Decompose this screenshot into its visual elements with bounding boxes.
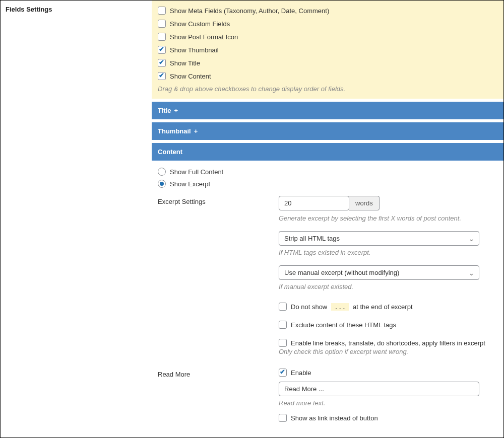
exclude-tags-checkbox[interactable] [279, 321, 287, 329]
show-title-checkbox[interactable] [158, 59, 166, 67]
readmore-as-link-label: Show as link instead of button [291, 414, 378, 422]
readmore-enable-checkbox[interactable] [279, 369, 287, 377]
excerpt-length-input[interactable] [279, 196, 349, 210]
show-content-checkbox[interactable] [158, 72, 166, 80]
readmore-text-hint: Read more text. [279, 399, 497, 407]
excerpt-unit: words [349, 196, 380, 210]
manual-hint: If manual excerpt existed. [279, 283, 497, 290]
enable-linebreaks-label: Enable line breaks, translate, do shortc… [291, 339, 485, 347]
accordion-content-label: Content [158, 148, 182, 156]
readmore-text-input[interactable] [279, 382, 479, 396]
plus-icon: + [194, 127, 198, 135]
do-not-show-dots-label: Do not show ... at the end of excerpt [291, 303, 413, 311]
show-custom-label: Show Custom Fields [170, 20, 230, 28]
exclude-tags-label: Exclude content of these HTML tags [291, 321, 396, 329]
strip-hint: If HTML tags existed in excerpt. [279, 249, 497, 256]
accordion-title-label: Title [158, 107, 171, 114]
show-thumbnail-checkbox[interactable] [158, 46, 166, 54]
do-not-show-dots-checkbox[interactable] [279, 303, 287, 311]
show-meta-checkbox[interactable] [158, 7, 166, 15]
show-postformat-label: Show Post Format Icon [170, 33, 238, 41]
show-title-label: Show Title [170, 59, 200, 67]
accordion-content[interactable]: Content [152, 143, 503, 161]
show-meta-label: Show Meta Fields (Taxonomy, Author, Date… [170, 7, 329, 15]
excerpt-gen-hint: Generate excerpt by selecting the first … [279, 214, 497, 222]
show-full-content-radio[interactable] [158, 168, 166, 176]
show-full-content-label: Show Full Content [170, 168, 223, 176]
manual-excerpt-select[interactable]: Use manual excerpt (without modifying) [279, 265, 479, 280]
plus-icon: + [174, 107, 178, 114]
show-content-label: Show Content [170, 72, 211, 80]
show-custom-checkbox[interactable] [158, 20, 166, 28]
accordion-thumbnail[interactable]: Thumbnail + [152, 122, 503, 140]
strip-html-select[interactable]: Strip all HTML tags [279, 231, 479, 246]
dots-badge: ... [331, 303, 349, 311]
excerpt-settings-heading: Excerpt Settings [158, 196, 279, 358]
show-excerpt-radio[interactable] [158, 180, 166, 188]
show-thumbnail-label: Show Thumbnail [170, 46, 219, 54]
enable-linebreaks-checkbox[interactable] [279, 339, 287, 347]
readmore-enable-label: Enable [291, 369, 311, 377]
linebreaks-hint: Only check this option if excerpt went w… [279, 348, 497, 355]
accordion-thumbnail-label: Thumbnail [158, 127, 191, 135]
section-title: Fields Settings [1, 1, 152, 422]
reorder-hint: Drag & drop above checkboxes to change d… [158, 85, 497, 93]
readmore-as-link-checkbox[interactable] [279, 414, 287, 422]
show-excerpt-label: Show Excerpt [170, 180, 210, 188]
readmore-heading: Read More [158, 369, 279, 422]
fields-checkbox-panel: Show Meta Fields (Taxonomy, Author, Date… [152, 1, 503, 99]
show-postformat-checkbox[interactable] [158, 33, 166, 41]
accordion-title[interactable]: Title + [152, 102, 503, 119]
